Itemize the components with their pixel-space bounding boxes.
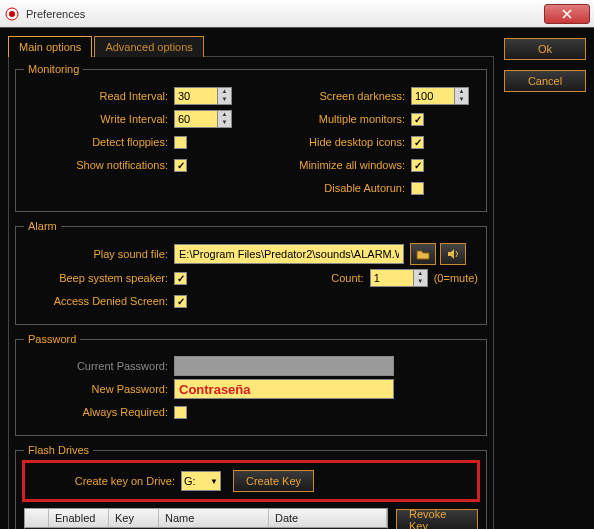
- read-interval-label: Read Interval:: [24, 90, 174, 102]
- alarm-legend: Alarm: [24, 220, 61, 232]
- password-legend: Password: [24, 333, 80, 345]
- keys-table-header: Enabled Key Name Date: [24, 508, 388, 528]
- show-notifications-label: Show notifications:: [24, 159, 174, 171]
- minimize-windows-label: Minimize all windows:: [251, 159, 411, 171]
- disable-autorun-checkbox[interactable]: [411, 182, 424, 195]
- current-password-label: Current Password:: [24, 360, 174, 372]
- tab-advanced-options[interactable]: Advanced options: [94, 36, 203, 57]
- monitoring-legend: Monitoring: [24, 63, 83, 75]
- multiple-monitors-checkbox[interactable]: ✓: [411, 113, 424, 126]
- count-label: Count:: [320, 272, 370, 284]
- write-interval-spinner[interactable]: ▲▼: [218, 110, 232, 128]
- screen-darkness-label: Screen darkness:: [251, 90, 411, 102]
- password-group: Password Current Password: New Password:…: [15, 333, 487, 436]
- col-name[interactable]: Name: [159, 509, 269, 527]
- beep-speaker-checkbox[interactable]: ✓: [174, 272, 187, 285]
- col-key[interactable]: Key: [109, 509, 159, 527]
- flash-drives-group: Flash Drives Create key on Drive: G:▼ Cr…: [15, 444, 487, 529]
- screen-darkness-input[interactable]: [411, 87, 455, 105]
- current-password-input[interactable]: [174, 356, 394, 376]
- drive-select[interactable]: G:▼: [181, 471, 221, 491]
- count-spinner[interactable]: ▲▼: [414, 269, 428, 287]
- write-interval-input[interactable]: [174, 110, 218, 128]
- revoke-key-button[interactable]: Revoke Key: [396, 509, 478, 529]
- sound-file-input[interactable]: [174, 244, 404, 264]
- cancel-button[interactable]: Cancel: [504, 70, 586, 92]
- beep-speaker-label: Beep system speaker:: [24, 272, 174, 284]
- browse-sound-button[interactable]: [410, 243, 436, 265]
- monitoring-group: Monitoring Read Interval:▲▼ Write Interv…: [15, 63, 487, 212]
- screen-darkness-spinner[interactable]: ▲▼: [455, 87, 469, 105]
- hide-desktop-icons-label: Hide desktop icons:: [251, 136, 411, 148]
- play-sound-button[interactable]: [440, 243, 466, 265]
- ok-button[interactable]: Ok: [504, 38, 586, 60]
- alarm-group: Alarm Play sound file: Beep system speak…: [15, 220, 487, 325]
- window-title: Preferences: [26, 8, 85, 20]
- access-denied-checkbox[interactable]: ✓: [174, 295, 187, 308]
- col-enabled[interactable]: Enabled: [49, 509, 109, 527]
- access-denied-label: Access Denied Screen:: [24, 295, 174, 307]
- always-required-label: Always Required:: [24, 406, 174, 418]
- titlebar: Preferences: [0, 0, 594, 28]
- write-interval-label: Write Interval:: [24, 113, 174, 125]
- close-button[interactable]: [544, 4, 590, 24]
- create-key-drive-label: Create key on Drive:: [31, 475, 181, 487]
- multiple-monitors-label: Multiple monitors:: [251, 113, 411, 125]
- detect-floppies-checkbox[interactable]: [174, 136, 187, 149]
- new-password-label: New Password:: [24, 383, 174, 395]
- flash-drives-legend: Flash Drives: [24, 444, 93, 456]
- svg-point-1: [9, 11, 15, 17]
- tab-strip: Main options Advanced options: [8, 36, 494, 57]
- play-sound-label: Play sound file:: [24, 248, 174, 260]
- show-notifications-checkbox[interactable]: ✓: [174, 159, 187, 172]
- count-note: (0=mute): [434, 272, 478, 284]
- app-icon: [4, 6, 20, 22]
- tab-main-options[interactable]: Main options: [8, 36, 92, 57]
- col-date[interactable]: Date: [269, 509, 387, 527]
- new-password-input[interactable]: Contraseña: [174, 379, 394, 399]
- detect-floppies-label: Detect floppies:: [24, 136, 174, 148]
- create-key-highlight: Create key on Drive: G:▼ Create Key: [22, 460, 480, 502]
- read-interval-input[interactable]: [174, 87, 218, 105]
- create-key-button[interactable]: Create Key: [233, 470, 314, 492]
- disable-autorun-label: Disable Autorun:: [251, 182, 411, 194]
- read-interval-spinner[interactable]: ▲▼: [218, 87, 232, 105]
- minimize-windows-checkbox[interactable]: ✓: [411, 159, 424, 172]
- hide-desktop-icons-checkbox[interactable]: ✓: [411, 136, 424, 149]
- always-required-checkbox[interactable]: [174, 406, 187, 419]
- count-input[interactable]: [370, 269, 414, 287]
